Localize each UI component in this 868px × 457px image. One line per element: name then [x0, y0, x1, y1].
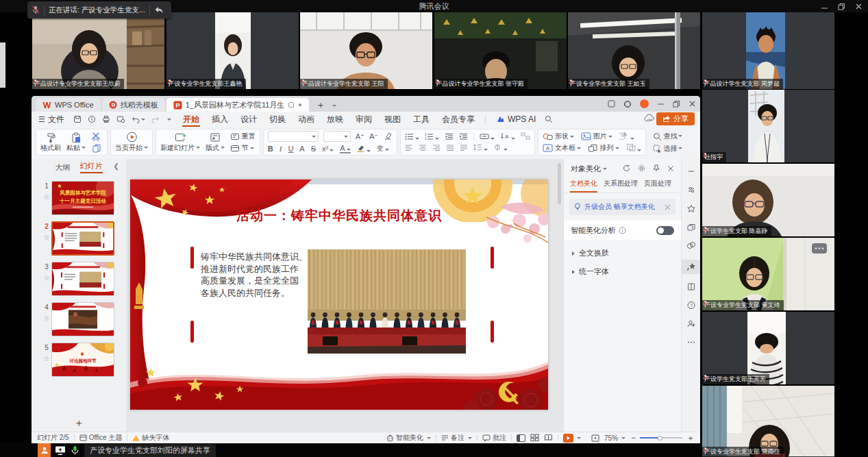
- menu-home[interactable]: 开始: [177, 112, 206, 127]
- picture-button[interactable]: 图片: [581, 132, 612, 141]
- wps-ai-menu[interactable]: WPS AI: [490, 112, 542, 127]
- section-button[interactable]: 节: [230, 143, 254, 153]
- underline-button[interactable]: U: [288, 145, 293, 153]
- font-name-combo[interactable]: [268, 131, 319, 142]
- share-button[interactable]: 分享: [656, 112, 695, 125]
- slide-editing-area[interactable]: 活动一：铸牢中华民族共同体意识 铸牢中华民族共同体意识、推进新时代党的民族工作高…: [130, 180, 548, 410]
- font-color-button[interactable]: A: [340, 144, 350, 153]
- slide-thumbnail-3[interactable]: [51, 262, 114, 296]
- menu-4[interactable]: 动画: [292, 112, 321, 127]
- play-from-current-button[interactable]: 当页开始: [115, 131, 148, 153]
- share-user-icon[interactable]: [38, 443, 51, 457]
- wps-minimize-icon[interactable]: [657, 100, 665, 108]
- missing-font-warning[interactable]: !缺失字体: [132, 433, 169, 443]
- copy-button[interactable]: [91, 144, 103, 154]
- redo-button[interactable]: [151, 116, 160, 123]
- zoom-slider-knob[interactable]: [658, 436, 662, 441]
- text-direction-button[interactable]: A: [500, 132, 515, 141]
- video-tile-top-1[interactable]: 产品设计专业学生党支部王欣蔚: [32, 12, 164, 89]
- paragraph-settings-button[interactable]: [493, 144, 508, 152]
- slide-star-icon[interactable]: ☆: [41, 355, 52, 362]
- menu-1[interactable]: 插入: [206, 112, 234, 127]
- menu-6[interactable]: 审阅: [349, 112, 378, 127]
- output-icon[interactable]: [88, 115, 96, 123]
- unify-font-item[interactable]: 统一字体: [564, 258, 681, 277]
- superscript-button[interactable]: x²: [322, 145, 334, 153]
- distribute-button[interactable]: [460, 144, 468, 152]
- menu-5[interactable]: 放映: [321, 112, 349, 127]
- decrease-indent-button[interactable]: [445, 133, 454, 141]
- more-icon[interactable]: [682, 338, 700, 348]
- layout-switch-icon[interactable]: [608, 100, 615, 108]
- increase-font-button[interactable]: A⁺: [356, 132, 364, 141]
- video-tile-top-3[interactable]: 产品设计专业学生党支部 王阳: [300, 12, 432, 89]
- increase-indent-button[interactable]: [459, 133, 468, 141]
- file-menu[interactable]: ☰文件: [37, 112, 71, 127]
- reply-arrow-icon[interactable]: [154, 6, 164, 14]
- video-tile-top-5[interactable]: 产设专业学生党支部 王如玉: [568, 12, 700, 89]
- cloud-sync-icon[interactable]: [644, 114, 655, 122]
- video-tile-right-4[interactable]: 产设学生党支部王芳芳: [702, 312, 834, 384]
- new-slide-button[interactable]: 新建幻灯片: [160, 131, 200, 153]
- skin-settings-icon[interactable]: [623, 100, 632, 108]
- add-slide-button[interactable]: ＋: [32, 417, 126, 430]
- slide-star-icon[interactable]: ☆: [41, 274, 52, 282]
- slide-star-icon[interactable]: ☆: [41, 314, 52, 322]
- beautify-close-icon[interactable]: [667, 165, 674, 173]
- beautify-pin-icon[interactable]: [653, 164, 660, 173]
- slide-photo[interactable]: [308, 249, 466, 354]
- justify-button[interactable]: [446, 144, 454, 152]
- arrange-button[interactable]: 排列: [588, 143, 619, 153]
- shadow-button[interactable]: A: [299, 145, 304, 153]
- chart-button[interactable]: [619, 132, 634, 141]
- select-button[interactable]: 选择: [653, 144, 683, 153]
- qat-caret[interactable]: [167, 119, 171, 121]
- menu-7[interactable]: 视图: [378, 112, 407, 127]
- phonetic-button[interactable]: 变: [377, 144, 389, 153]
- video-tile-right-1[interactable]: 杜指宇: [702, 90, 834, 162]
- clear-format-button[interactable]: [383, 132, 393, 141]
- comments-button[interactable]: 批注: [482, 433, 506, 443]
- beautify-tab-2[interactable]: 页面处理: [644, 179, 671, 193]
- full-reskin-item[interactable]: 全文换肤: [564, 240, 681, 258]
- convert-smartart-button[interactable]: [521, 132, 530, 141]
- beautify-settings-icon[interactable]: [638, 164, 645, 173]
- beautify-tab-0[interactable]: 文档美化: [570, 179, 597, 193]
- slide-thumbnail-1[interactable]: 风景园林与艺术学院十一月主题党日活动: [51, 181, 114, 215]
- tab-wps-office[interactable]: WPS Office: [36, 98, 101, 112]
- layers-icon[interactable]: [682, 223, 700, 233]
- close-icon[interactable]: [855, 3, 863, 10]
- menu-2[interactable]: 设计: [234, 112, 263, 127]
- slide-title[interactable]: 活动一：铸牢中华民族共同体意识: [130, 207, 548, 225]
- align-left-button[interactable]: [405, 144, 413, 152]
- slide-sorter-button[interactable]: [530, 434, 539, 443]
- zoom-slider[interactable]: [640, 437, 682, 439]
- notebook-icon[interactable]: [682, 282, 700, 293]
- zoom-in-button[interactable]: ＋: [686, 432, 695, 444]
- slide-thumbnail-2[interactable]: [51, 221, 114, 256]
- slideshow-button[interactable]: [563, 434, 581, 443]
- beautify-tab-1[interactable]: 关系图处理: [604, 179, 638, 193]
- decrease-font-button[interactable]: A⁻: [369, 132, 378, 141]
- bold-button[interactable]: B: [268, 145, 273, 153]
- star-icon[interactable]: [682, 204, 700, 214]
- panel-collapse-arrow[interactable]: ❮: [114, 162, 119, 170]
- minimize-icon[interactable]: [821, 3, 828, 10]
- strikethrough-button[interactable]: S: [311, 145, 316, 153]
- bullets-button[interactable]: [405, 133, 419, 141]
- slide-thumbnail-5[interactable]: 讨论园地环节: [51, 343, 114, 377]
- highlight-button[interactable]: [357, 145, 371, 153]
- paste-button[interactable]: 粘贴: [66, 131, 86, 153]
- menu-8[interactable]: 工具: [407, 112, 436, 127]
- tab-active-document[interactable]: P 1_风景园林与艺术学院11月生 ●: [166, 98, 309, 112]
- merge-shapes-button[interactable]: [626, 143, 641, 153]
- collapse-strip-icon[interactable]: [682, 167, 700, 177]
- video-tile-right-2[interactable]: 产设学生党支部 陈嘉静: [702, 164, 834, 236]
- maximize-icon[interactable]: [838, 3, 845, 10]
- slide-body-text[interactable]: 铸牢中华民族共同体意识、推进新时代党的民族工作高质量发展，是全党全国各族人民的共…: [201, 251, 308, 299]
- menu-9[interactable]: 会员专享: [436, 112, 481, 127]
- layout-button[interactable]: 版式: [206, 131, 225, 153]
- tab-list-caret[interactable]: [332, 105, 336, 107]
- tab-outline[interactable]: 大纲: [55, 162, 71, 173]
- theme-indicator[interactable]: Office 主题: [79, 433, 123, 443]
